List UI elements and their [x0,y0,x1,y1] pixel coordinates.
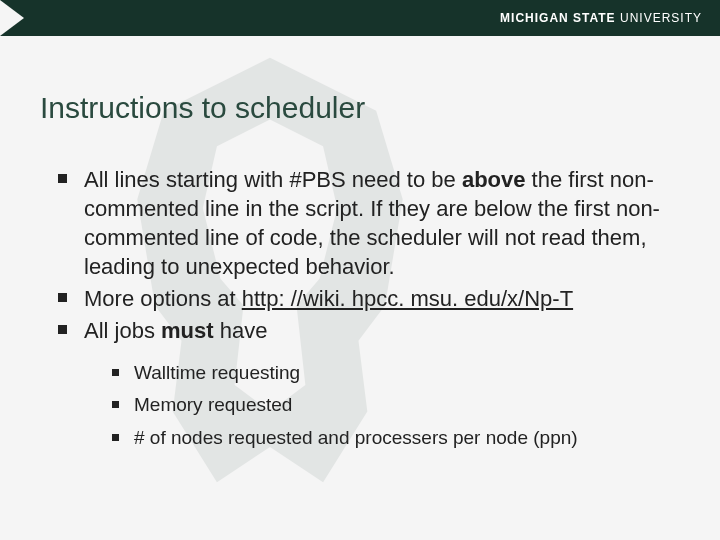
slide-content: Instructions to scheduler All lines star… [0,36,720,454]
header-bar: MICHIGAN STATE UNIVERSITY [0,0,720,36]
university-brand: MICHIGAN STATE UNIVERSITY [500,11,702,25]
slide-title: Instructions to scheduler [40,91,665,125]
brand-bold: MICHIGAN STATE [500,11,616,25]
sub-walltime: Walltime requesting [112,357,665,389]
bullet-more-options: More options at http: //wiki. hpcc. msu.… [58,284,665,313]
sub-memory: Memory requested [112,389,665,421]
bullet-pbs-above: All lines starting with #PBS need to be … [58,165,665,281]
brand-light: UNIVERSITY [616,11,702,25]
wiki-link[interactable]: http: //wiki. hpcc. msu. edu/x/Np-T [242,286,573,311]
bullet-must-have: All jobs must have Walltime requesting M… [58,316,665,454]
main-bullet-list: All lines starting with #PBS need to be … [58,165,665,454]
sub-bullet-list: Walltime requesting Memory requested # o… [112,357,665,454]
sub-nodes: # of nodes requested and processers per … [112,422,665,454]
